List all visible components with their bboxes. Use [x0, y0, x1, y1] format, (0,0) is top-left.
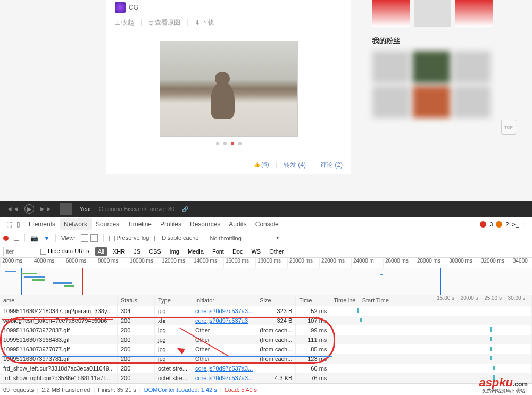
tab-profiles[interactable]: Profiles [156, 218, 186, 230]
dcl-time: DOMContentLoaded: 1.42 s [144, 386, 217, 393]
fan-item[interactable] [453, 51, 491, 83]
col-time[interactable]: Time [296, 295, 330, 306]
requests-count: 09 requests [3, 386, 34, 393]
warning-icon[interactable] [496, 221, 502, 228]
prev-track-icon[interactable]: ◄◄ [6, 205, 19, 213]
filter-type-media[interactable]: Media [185, 247, 207, 256]
fan-item[interactable] [372, 51, 410, 83]
tab-network[interactable]: Network [60, 218, 92, 230]
tab-timeline[interactable]: Timeline [123, 218, 156, 230]
overview-waterfall[interactable] [0, 268, 532, 295]
music-player-bar: ◄◄ ▶ ►► Year Giacomo Bisciarri/Forever 8… [0, 201, 532, 217]
fan-item[interactable] [372, 86, 410, 118]
col-initiator[interactable]: Initiator [192, 295, 256, 306]
filter-input[interactable] [3, 247, 35, 256]
warning-count: 2 [505, 221, 509, 228]
table-row[interactable]: 109951163073972837.gif200jpgOther(from c… [0, 325, 532, 335]
filter-type-xhr[interactable]: XHR [110, 247, 128, 256]
col-size[interactable]: Size [256, 295, 296, 306]
tab-audits[interactable]: Audits [225, 218, 251, 230]
table-row[interactable]: 109951163073973781.gif200jpgOther(from c… [0, 354, 532, 364]
camera-icon[interactable]: 📷 [30, 234, 38, 242]
fan-item[interactable] [453, 86, 491, 118]
network-table: ame Status Type Initiator Size Time Time… [0, 295, 532, 383]
device-icon[interactable]: ▯ [16, 221, 20, 228]
fan-item[interactable] [413, 51, 450, 83]
collapse-action[interactable]: ⊥ 收起 [115, 18, 134, 27]
tab-console[interactable]: Console [251, 218, 283, 230]
table-row[interactable]: 109951163073968483.gif200jpgOther(from c… [0, 335, 532, 344]
fan-item[interactable] [413, 86, 450, 118]
tab-resources[interactable]: Resources [186, 218, 225, 230]
filter-type-font[interactable]: Font [209, 247, 227, 256]
table-row[interactable]: 109951163073977077.gif200jpgOther(from c… [0, 344, 532, 354]
repost-button[interactable]: 转发 (4) [284, 161, 306, 170]
track-title[interactable]: Year [80, 206, 92, 212]
preserve-log-checkbox[interactable]: Preserve log [109, 234, 149, 241]
link-icon[interactable]: 🔗 [182, 206, 188, 212]
sidebar-thumb[interactable] [372, 0, 410, 27]
filter-icon[interactable]: ▼ [44, 234, 50, 242]
table-row[interactable]: frd_show_left.cur?3318d7ac3eca011049...2… [0, 364, 532, 373]
timeline-ruler[interactable]: 2000 ms4000 ms6000 ms8000 ms10000 ms1200… [0, 258, 532, 268]
network-toolbar: 📷 ▼ View: Preserve log Disable cache No … [0, 231, 532, 245]
user-name[interactable]: CG [129, 4, 138, 11]
view-small-icon[interactable] [90, 234, 98, 242]
like-button[interactable]: (6) [254, 161, 269, 170]
sidebar-thumb[interactable] [414, 0, 451, 27]
devtools-tabs: ⬚ ▯ ElementsNetworkSourcesTimelineProfil… [0, 217, 532, 231]
filter-type-other[interactable]: Other [266, 247, 287, 256]
network-filter-row: Hide data URLs AllXHRJSCSSImgMediaFontDo… [0, 245, 532, 258]
sidebar: 我的粉丝 [372, 0, 500, 118]
clear-icon[interactable] [14, 236, 19, 241]
filter-type-ws[interactable]: WS [248, 247, 264, 256]
error-icon[interactable] [480, 221, 486, 228]
fans-heading: 我的粉丝 [372, 36, 500, 46]
table-row[interactable]: frd_show_right.cur?d3586e1b68111a7f...20… [0, 373, 532, 383]
view-original-action[interactable]: ⊙ 查看原图 [148, 18, 180, 27]
table-row[interactable]: weblog?csrf_token=7ee7a8e0794c60b6200xhr… [0, 316, 532, 325]
carousel-dots[interactable] [216, 142, 242, 145]
transferred-size: 2.2 MB transferred [41, 386, 90, 393]
load-time: Load: 5.40 s [225, 386, 257, 393]
table-row[interactable]: 109951163042180347.jpg?param=338y...304j… [0, 306, 532, 316]
more-icon[interactable]: ⋮ [522, 221, 528, 228]
post-card: CG ⊥ 收起 | ⊙ 查看原图 | ⬇ 下载 (6) | 转发 (4) | 评… [106, 0, 351, 174]
tab-sources[interactable]: Sources [92, 218, 123, 230]
disable-cache-checkbox[interactable]: Disable cache [154, 234, 198, 241]
hide-data-urls-checkbox[interactable]: Hide data URLs [40, 248, 89, 255]
view-label: View: [61, 235, 76, 241]
inspect-icon[interactable]: ⬚ [6, 221, 12, 228]
filter-type-css[interactable]: CSS [146, 247, 164, 256]
back-to-top[interactable]: TOP [501, 120, 516, 135]
finish-time: Finish: 35.21 s [98, 386, 136, 393]
filter-type-all[interactable]: All [95, 247, 107, 256]
watermark-tagline: 免费网站源码下载站! [482, 388, 527, 394]
comment-button[interactable]: 评论 (2) [320, 161, 343, 170]
view-large-icon[interactable] [81, 234, 88, 242]
col-timeline[interactable]: Timeline – Start Time 15.00 s20.00 s25.0… [330, 295, 532, 306]
drawer-icon[interactable]: >_ [512, 221, 519, 228]
next-track-icon[interactable]: ►► [39, 205, 52, 213]
play-icon[interactable]: ▶ [24, 204, 34, 214]
sidebar-thumb[interactable] [455, 0, 493, 27]
user-avatar[interactable] [115, 2, 126, 13]
filter-type-img[interactable]: Img [167, 247, 182, 256]
col-status[interactable]: Status [117, 295, 154, 306]
error-count: 3 [489, 221, 493, 228]
tab-elements[interactable]: Elements [24, 218, 60, 230]
post-image[interactable] [160, 41, 298, 137]
status-bar: 09 requests | 2.2 MB transferred | Finis… [0, 383, 532, 395]
filter-type-js[interactable]: JS [130, 247, 144, 256]
throttling-dropdown[interactable]: No throttling ▼ [210, 235, 279, 241]
filter-type-doc[interactable]: Doc [229, 247, 246, 256]
col-name[interactable]: ame [0, 295, 117, 306]
download-action[interactable]: ⬇ 下载 [195, 18, 214, 27]
devtools-panel: ⬚ ▯ ElementsNetworkSourcesTimelineProfil… [0, 217, 532, 395]
track-artist[interactable]: Giacomo Bisciarri/Forever 80 [99, 206, 174, 212]
album-cover[interactable] [60, 203, 72, 215]
record-icon[interactable] [3, 236, 9, 241]
col-type[interactable]: Type [154, 295, 192, 306]
